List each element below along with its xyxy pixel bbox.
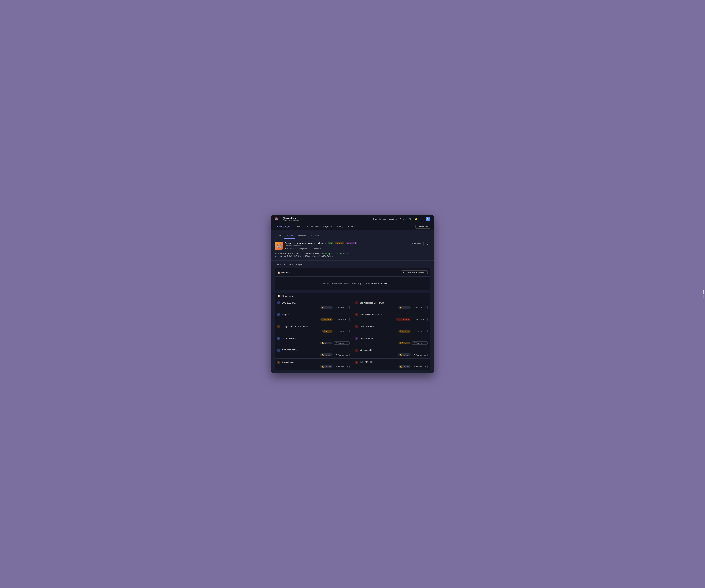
alert-icon: 🔔	[399, 365, 402, 368]
scenario-type-icon: ≡	[277, 325, 280, 328]
scenario-bottom: 🔔 No alert ↗ View on Hub	[355, 365, 428, 368]
scenario-alert-badge: 🔔 No alert	[320, 342, 333, 344]
scenario-name: CVE-2022-37042	[282, 337, 297, 340]
scenario-name: CVE-2017-9841	[360, 326, 374, 328]
scenario-name: http-wordpress_user-enum	[360, 302, 384, 304]
bell-icon[interactable]: 🔔	[414, 217, 418, 221]
blocklist-find-link[interactable]: Find a blocklist.	[371, 282, 387, 285]
scenario-bottom: ⚠ 16 alerts ↗ View on Hub	[355, 330, 428, 333]
search-icon[interactable]: 🔍	[408, 217, 412, 221]
scenario-name: iptables-scan-multi_ports	[360, 313, 382, 316]
scenario-card: ≡ CVE-2017-9841 ⚠ 16 alerts ↗ View on Hu…	[352, 323, 430, 335]
scenario-name: dovecot-spam	[282, 361, 294, 363]
sub-tab-blocklists[interactable]: Blocklists	[295, 233, 308, 239]
scenario-bottom: 🔔 No alert ↗ View on Hub	[355, 353, 428, 356]
external-link-icon: ↗	[335, 318, 337, 321]
sub-tab-engines[interactable]: Engines	[284, 233, 295, 239]
academy-link[interactable]: Academy	[389, 218, 398, 220]
engine-info: Security engine « unique-redfish » aws h…	[285, 242, 357, 250]
meta-id-value: honeypot7b6d24de84bfdf9197bdede2adeec75a…	[278, 255, 331, 257]
scenario-name: spring4shell_cve-2022-22965	[282, 326, 308, 328]
company-link[interactable]: Company	[379, 218, 387, 220]
scenario-bottom: 🔔 No alert ↗ View on Hub	[277, 365, 349, 368]
tag-aws: aws	[328, 242, 333, 244]
scenarios-grid: ≡ CVE-2022-44877 🔔 No alert ↗ View on Hu…	[275, 299, 430, 371]
tag-eu-south: eu_south_1	[346, 242, 357, 244]
logo-icon: 🏰	[275, 217, 279, 222]
copy-icon[interactable]: ⧉	[332, 255, 333, 257]
alert-icon: ⚠	[322, 318, 323, 321]
scenario-alert-badge: ⚠ 1 alert	[322, 330, 333, 333]
view-on-hub-button[interactable]: ↗ View on Hub	[412, 353, 428, 356]
alert-icon: 🔔	[399, 306, 402, 308]
view-on-hub-button[interactable]: ↗ View on Hub	[412, 365, 428, 368]
back-link[interactable]: ‹ Back to your Security Engines	[275, 263, 430, 265]
external-link-icon: ↗	[413, 342, 415, 344]
external-link-icon: ↗	[335, 306, 337, 308]
alert-icon: 🔔	[322, 354, 324, 356]
nav-icons: 🔍 🔔 ＋ AL	[408, 217, 430, 222]
view-on-hub-button[interactable]: ↗ View on Hub	[334, 330, 349, 333]
external-link-icon: ↗	[413, 318, 415, 321]
more-options-button[interactable]: ⋮	[425, 242, 430, 246]
view-on-hub-button[interactable]: ↗ View on Hub	[412, 318, 428, 321]
external-link-icon: ↗	[413, 354, 415, 356]
scenario-type-icon: ≡	[355, 349, 358, 352]
view-on-hub-button[interactable]: ↗ View on Hub	[334, 318, 349, 321]
view-on-hub-button[interactable]: ↗ View on Hub	[334, 306, 349, 309]
view-on-hub-button[interactable]: ↗ View on Hub	[334, 353, 349, 356]
user-avatar[interactable]: AL	[426, 217, 430, 222]
scenario-bottom: 🔔 No alert ↗ View on Hub	[277, 353, 349, 356]
nav-links: Docs Company Academy Pricing	[373, 218, 406, 220]
engine-version: v1.6.0-debian-pragmatic-amd64-4b8e6cd7	[285, 247, 357, 250]
scenario-type-icon: ≡	[277, 313, 280, 316]
main-window: 🏰 / Alpacas Crew Organization (enterpris…	[271, 215, 434, 373]
view-on-hub-button[interactable]: ↗ View on Hub	[334, 365, 349, 368]
scenario-name: CVE-2019-18935	[360, 337, 375, 340]
feedback-tab[interactable]: Feedback	[701, 288, 705, 300]
scenario-card: ≡ http-wordpress_user-enum 🔔 No alert ↗ …	[352, 299, 430, 311]
scenario-alert-badge: 🔔 No alert	[320, 306, 333, 309]
sub-tab-alerts[interactable]: Alerts	[275, 233, 284, 239]
tab-hub[interactable]: Hub	[295, 223, 302, 230]
view-on-hub-button[interactable]: ↗ View on Hub	[412, 306, 428, 309]
scenario-top: ≡ http-xss-probing	[355, 349, 428, 352]
view-on-hub-button[interactable]: ↗ View on Hub	[412, 330, 428, 333]
scenario-bottom: ⚠ 4059 alerts ↗ View on Hub	[355, 318, 428, 321]
tab-activity[interactable]: Activity	[334, 223, 345, 230]
info-icon[interactable]: ⓘ	[347, 252, 348, 255]
sub-tab-decisions[interactable]: Decisions	[308, 233, 321, 239]
alert-icon: ⚠	[400, 342, 402, 344]
view-on-hub-button[interactable]: ↗ View on Hub	[334, 341, 349, 345]
scenario-card: ≡ spring4shell_cve-2022-22965 ⚠ 1 alert …	[275, 323, 352, 335]
sec-nav: Security Engines Hub CrowdSec Threat Int…	[271, 223, 434, 230]
scenario-type-icon: ≡	[277, 337, 280, 340]
browse-blocklists-button[interactable]: Browse available blocklists	[401, 270, 428, 275]
org-dropdown-icon[interactable]: ▾	[303, 218, 304, 220]
docs-link[interactable]: Docs	[373, 218, 377, 220]
scenario-top: ≡ CVE-2017-9841	[355, 325, 428, 328]
tab-settings[interactable]: Settings	[345, 223, 357, 230]
back-chevron-icon: ‹	[275, 263, 275, 265]
change-plan-button[interactable]: Change plan	[415, 225, 430, 229]
engine-name: Security engine « unique-redfish »	[285, 242, 326, 244]
meta-last-activity: Last activity: today at 8:59 AM	[321, 253, 345, 255]
blocklist-header: 📋 0 blocklist Browse available blocklist…	[275, 268, 430, 277]
plus-icon[interactable]: ＋	[420, 217, 424, 221]
tab-security-engines[interactable]: Security Engines	[275, 223, 294, 230]
scenario-type-icon: ≡	[277, 360, 280, 364]
scenario-alert-badge: ⚠ 34 alerts	[398, 342, 411, 344]
scenario-card: ≡ iptables-scan-multi_ports ⚠ 4059 alert…	[352, 311, 430, 323]
blocklist-count: 0 blocklist	[281, 271, 291, 274]
pricing-link[interactable]: Pricing	[399, 218, 406, 220]
view-alerts-button[interactable]: View alerts	[410, 242, 424, 246]
view-on-hub-button[interactable]: ↗ View on Hub	[412, 341, 428, 345]
tag-honeypot: honeypot	[335, 242, 344, 244]
alert-icon: ⚠	[397, 318, 399, 321]
tab-threat-intel[interactable]: CrowdSec Threat Intelligence	[303, 223, 334, 230]
scenario-type-icon: ≡	[277, 349, 280, 352]
org-type: Organization (enterprise)	[283, 219, 301, 221]
alert-icon: ⚠	[400, 330, 402, 332]
scenario-name: CVE-2022-44877	[282, 302, 297, 304]
meta-ip-value: 2a05:d01a:e3:df40:4713:1863:b5d0:453d	[278, 253, 319, 255]
